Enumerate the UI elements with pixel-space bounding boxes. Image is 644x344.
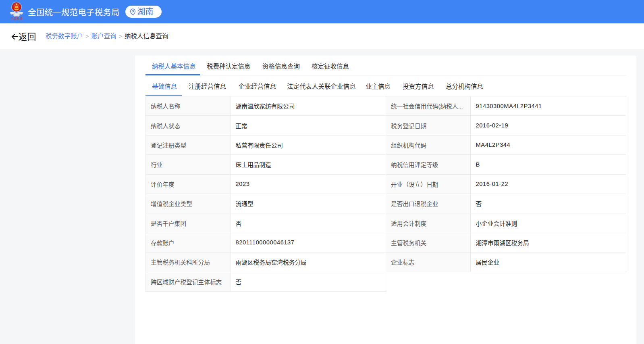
svg-text:中国税务: 中国税务 (11, 17, 23, 20)
